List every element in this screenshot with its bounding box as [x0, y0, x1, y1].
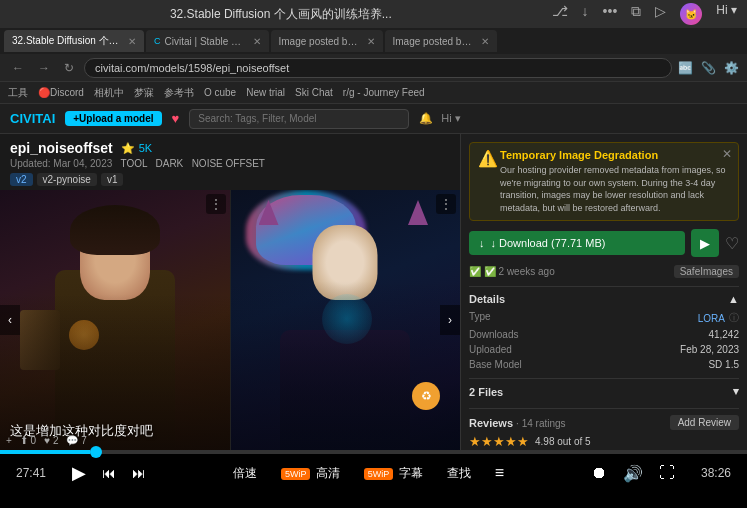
speed-control[interactable]: 倍速: [233, 465, 257, 482]
center-controls: 倍速 5WiP 高清 5WiP 字幕 查找 ≡: [162, 464, 575, 482]
gallery-more-left[interactable]: ⋮: [206, 194, 226, 214]
notif-icon: ⚠️: [478, 149, 498, 168]
quality-badge: 5WiP: [281, 468, 311, 480]
gallery-share[interactable]: ⬆ 0: [20, 435, 36, 446]
stars-row: ★★★★★ 4.98 out of 5: [469, 434, 739, 449]
add-review-button[interactable]: Add Review: [670, 415, 739, 430]
record-button[interactable]: ⏺: [591, 464, 607, 482]
user-avatar[interactable]: 🐱: [680, 3, 702, 25]
notif-text: Our hosting provider removed metadata fr…: [500, 164, 730, 214]
search-control[interactable]: 查找: [447, 465, 471, 482]
progress-thumb[interactable]: [90, 446, 102, 458]
reviews-section: Reviews · 14 ratings Add Review ★★★★★ 4.…: [469, 408, 739, 450]
prev-button[interactable]: ⏮: [102, 465, 116, 481]
download-icon: ↓: [479, 237, 485, 249]
review-score: 4.98 out of 5: [535, 436, 591, 447]
files-section: 2 Files ▾: [469, 378, 739, 408]
subtitles-control[interactable]: 5WiP 字幕: [364, 465, 423, 482]
address-input[interactable]: [84, 58, 672, 78]
downloads-value: 41,242: [708, 329, 739, 340]
bookmark-2[interactable]: 相机中: [94, 86, 124, 100]
notification-bell[interactable]: 🔔: [419, 112, 433, 125]
gallery-comment[interactable]: 💬 7: [66, 435, 86, 446]
fullscreen-button[interactable]: ⛶: [659, 464, 675, 482]
pip-icon[interactable]: ⧉: [631, 3, 641, 25]
gallery-image-left[interactable]: ⋮ ‹: [0, 190, 230, 450]
stars-display: ★★★★★: [469, 434, 529, 449]
next-button[interactable]: ⏭: [132, 465, 146, 481]
chevron-down-icon: ▾: [733, 385, 739, 398]
site-search-input[interactable]: [189, 109, 409, 129]
chevron-up-icon: ▲: [728, 293, 739, 305]
files-header[interactable]: 2 Files ▾: [469, 385, 739, 398]
tab-close-3[interactable]: ✕: [367, 36, 375, 47]
bookmark-5[interactable]: O cube: [204, 87, 236, 98]
bookmark-6[interactable]: New trial: [246, 87, 285, 98]
browser-title-text: 32.Stable Diffusion 个人画风的训练培养...: [10, 6, 552, 23]
gallery-nav-left[interactable]: ‹: [0, 305, 20, 335]
cast-icon[interactable]: ▷: [655, 3, 666, 25]
bookmark-8[interactable]: r/g - Journey Feed: [343, 87, 425, 98]
play-pause-button[interactable]: ▶: [72, 462, 86, 484]
share-icon[interactable]: ⎇: [552, 3, 568, 25]
tag-v2[interactable]: v2: [10, 173, 33, 186]
model-stats: ⭐ 5K: [121, 142, 152, 155]
circle-action-btn[interactable]: ♻: [412, 382, 440, 410]
forward-btn[interactable]: →: [34, 59, 54, 77]
tool-tag[interactable]: TOOL: [120, 158, 147, 169]
gallery-plus[interactable]: +: [6, 435, 12, 446]
more-icon[interactable]: •••: [603, 3, 618, 25]
tag-v1[interactable]: v1: [101, 173, 124, 186]
dark-tag[interactable]: DARK: [155, 158, 183, 169]
download-icon[interactable]: ↓: [582, 3, 589, 25]
tab-active[interactable]: 32.Stable Diffusion 个人画风的训练培养... ✕: [4, 30, 144, 52]
type-info-icon[interactable]: ⓘ: [729, 311, 739, 325]
upload-model-button[interactable]: +Upload a model: [65, 111, 161, 126]
tab-close-4[interactable]: ✕: [481, 36, 489, 47]
tab-label-2: Civitai | Stable Diffusion mod...: [165, 36, 245, 47]
site-logo[interactable]: CIVITAI: [10, 111, 55, 126]
gallery-image-right[interactable]: ⋮ › ♻: [230, 190, 461, 450]
back-btn[interactable]: ←: [8, 59, 28, 77]
reload-btn[interactable]: ↻: [60, 59, 78, 77]
noise-offset-tag[interactable]: NOISE OFFSET: [192, 158, 265, 169]
hi-text[interactable]: Hi ▾: [716, 3, 737, 25]
quality-control[interactable]: 5WiP 高清: [281, 465, 340, 482]
type-value-row: LORA ⓘ: [698, 311, 739, 325]
bookmark-3[interactable]: 梦寐: [134, 86, 154, 100]
hi-label[interactable]: Hi ▾: [441, 112, 460, 125]
downloads-label: Downloads: [469, 329, 518, 340]
tab-close-1[interactable]: ✕: [128, 36, 136, 47]
play-run-button[interactable]: ▶: [691, 229, 719, 257]
tab-4[interactable]: Image posted by fabulous... ✕: [385, 30, 497, 52]
ext-icon-2[interactable]: 📎: [701, 61, 716, 75]
details-section: Details ▲ Type LORA ⓘ Downloads 41,242 U…: [469, 286, 739, 378]
bookmark-4[interactable]: 参考书: [164, 86, 194, 100]
ext-icon-1[interactable]: 🔤: [678, 61, 693, 75]
download-button[interactable]: ↓ ↓ Download (77.71 MB): [469, 231, 685, 255]
tag-v2-pynoise[interactable]: v2-pynoise: [37, 173, 97, 186]
site-header: CIVITAI +Upload a model ♥ 🔔 Hi ▾: [0, 104, 747, 134]
gallery-more-right[interactable]: ⋮: [436, 194, 456, 214]
ext-icon-3[interactable]: ⚙️: [724, 61, 739, 75]
tab-2[interactable]: C Civitai | Stable Diffusion mod... ✕: [146, 30, 269, 52]
progress-bar-container[interactable]: [0, 450, 747, 454]
bookmark-1[interactable]: 🔴Discord: [38, 87, 84, 98]
bookmark-7[interactable]: Ski Chat: [295, 87, 333, 98]
tab-label-4: Image posted by fabulous...: [393, 36, 473, 47]
list-control[interactable]: ≡: [495, 464, 504, 482]
stat-k: 5K: [139, 142, 152, 154]
details-header[interactable]: Details ▲: [469, 293, 739, 305]
base-model-label: Base Model: [469, 359, 522, 370]
tab-close-2[interactable]: ✕: [253, 36, 261, 47]
gallery-heart[interactable]: ♥ 2: [44, 435, 58, 446]
tab-3[interactable]: Image posted by imagino... ✕: [271, 30, 383, 52]
gallery-nav-right[interactable]: ›: [440, 305, 460, 335]
notif-close-btn[interactable]: ✕: [722, 147, 732, 161]
heart-icon[interactable]: ♥: [172, 111, 180, 126]
reviews-header: Reviews · 14 ratings: [469, 417, 566, 429]
volume-button[interactable]: 🔊: [623, 464, 643, 483]
address-bar: ← → ↻ 🔤 📎 ⚙️: [0, 54, 747, 82]
bookmark-0[interactable]: 工具: [8, 86, 28, 100]
heart-save-button[interactable]: ♡: [725, 234, 739, 253]
